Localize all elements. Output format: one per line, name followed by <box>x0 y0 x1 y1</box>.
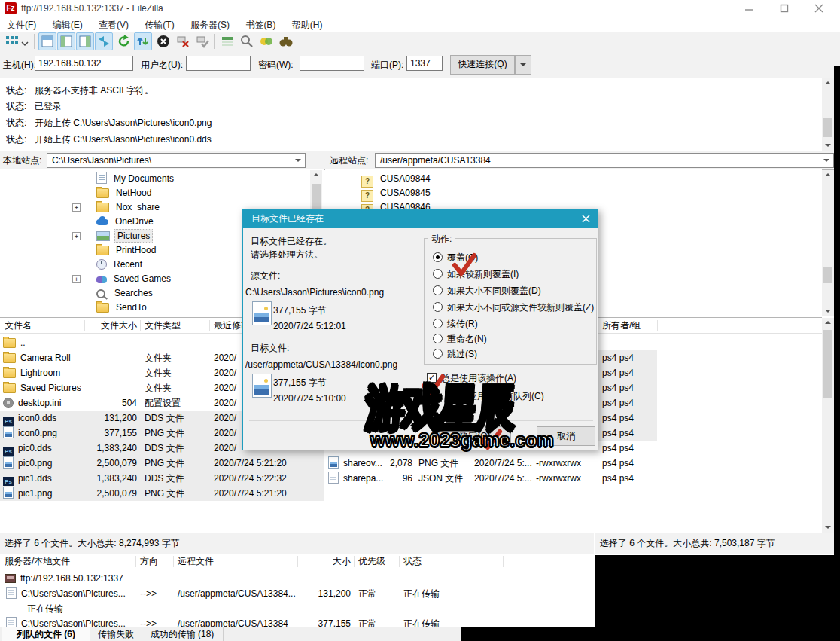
radio-overwrite[interactable] <box>433 252 443 262</box>
tree-expander-icon[interactable] <box>72 275 81 283</box>
tree-item-cusa09845[interactable]: CUSA09845 <box>361 186 433 200</box>
tree-expander-icon[interactable] <box>72 232 81 240</box>
close-button[interactable] <box>804 0 834 17</box>
directory-filter-button[interactable] <box>218 32 236 50</box>
site-manager-dropdown-button[interactable] <box>20 32 30 50</box>
column-header-status[interactable]: 状态 <box>403 554 422 569</box>
scrollbar-thumb[interactable] <box>823 267 832 283</box>
directory-comparison-button[interactable] <box>238 32 256 50</box>
toggle-queue-processing-button[interactable] <box>134 32 152 50</box>
annotation-check-icon <box>478 429 504 453</box>
queue-row[interactable]: C:\Users\Jason\Pictures... -->> /user/ap… <box>0 586 595 601</box>
column-header-owner-group[interactable]: 所有者/组 <box>602 319 641 333</box>
table-row[interactable]: pic1.dds 1,383,240 DDS 文件 2020/7/24 5:22… <box>0 471 324 486</box>
port-input[interactable] <box>406 56 443 71</box>
table-row[interactable]: pic1.png 2,500,079 PNG 文件 2020/7/24 5:21… <box>0 486 324 501</box>
tree-expander-icon[interactable] <box>72 203 81 212</box>
column-header-server-localfile[interactable]: 服务器/本地文件 <box>5 554 70 569</box>
image-file-icon <box>3 456 14 469</box>
tab-successful-transfers[interactable]: 成功的传输 (18) <box>142 627 224 641</box>
toggle-queue-view-button[interactable] <box>95 32 113 50</box>
minimize-button[interactable] <box>734 0 764 17</box>
scroll-down-icon[interactable] <box>822 522 834 532</box>
remote-site-combobox[interactable]: /user/appmeta/CUSA13384 <box>375 153 834 168</box>
tab-queued-files[interactable]: 列队的文件 (6) <box>2 627 90 641</box>
gear-icon <box>3 398 14 408</box>
column-header-filename[interactable]: 文件名 <box>5 319 32 333</box>
message-log: 状态:服务器不支持非 ASCII 字符。 状态:已登录 状态:开始上传 C:\U… <box>0 78 834 151</box>
image-file-icon <box>328 456 339 469</box>
tree-item-cusa09844[interactable]: CUSA09844 <box>361 172 433 185</box>
remote-tree-scrollbar[interactable] <box>822 170 834 316</box>
tab-failed-transfers[interactable]: 传输失败 <box>90 627 142 641</box>
radio-rename-label[interactable]: 重命名(N) <box>447 333 487 346</box>
site-manager-button[interactable] <box>3 32 21 50</box>
column-header-remotefile[interactable]: 远程文件 <box>178 554 214 569</box>
checkbox-apply-to-current-queue-label[interactable]: 只应用到当前队列(C) <box>459 390 544 403</box>
tree-item-onedrive[interactable]: OneDrive <box>96 215 156 228</box>
table-row[interactable]: shareov... 2,078 PNG 文件 2020/7/24 5:... … <box>325 456 657 471</box>
cancel-operation-button[interactable] <box>154 32 172 50</box>
scrollbar-thumb[interactable] <box>823 118 832 137</box>
column-header-filetype[interactable]: 文件类型 <box>145 319 181 333</box>
tree-item-pictures[interactable]: Pictures <box>96 229 153 243</box>
column-header-size[interactable]: 大小 <box>300 554 351 569</box>
username-input[interactable] <box>186 56 251 71</box>
refresh-button[interactable] <box>115 32 133 50</box>
radio-rename[interactable] <box>433 334 443 343</box>
radio-skip-label[interactable]: 跳过(S) <box>447 348 477 361</box>
dialog-title-bar[interactable]: 目标文件已经存在 <box>242 209 598 228</box>
tree-item-saved-games[interactable]: Saved Games <box>96 272 173 285</box>
radio-overwrite-if-size-differs[interactable] <box>433 285 443 295</box>
maximize-button[interactable] <box>769 0 799 17</box>
tree-item-nethood[interactable]: NetHood <box>96 186 154 200</box>
quickconnect-button[interactable]: 快速连接(Q) <box>450 55 515 75</box>
scroll-up-icon[interactable] <box>822 79 834 89</box>
scroll-down-icon[interactable] <box>822 306 834 316</box>
disconnect-button[interactable] <box>174 32 192 50</box>
tree-item-recent[interactable]: Recent <box>96 258 145 271</box>
scroll-up-icon[interactable] <box>822 171 834 181</box>
host-input[interactable] <box>35 56 133 71</box>
toggle-local-tree-button[interactable] <box>57 32 75 50</box>
radio-resume[interactable] <box>433 319 443 328</box>
local-site-combobox[interactable]: C:\Users\Jason\Pictures\ <box>47 153 306 168</box>
scroll-down-icon[interactable] <box>822 140 834 150</box>
tree-item-searches[interactable]: Searches <box>96 286 155 300</box>
radio-skip[interactable] <box>433 349 443 359</box>
column-header-priority[interactable]: 优先级 <box>358 554 385 569</box>
tree-item-my-documents[interactable]: My Documents <box>96 172 176 185</box>
radio-overwrite-if-size-or-newer-label[interactable]: 如果大小不同或源文件较新则覆盖(Z) <box>447 301 594 314</box>
tree-item-sendto[interactable]: SendTo <box>96 301 149 314</box>
radio-resume-label[interactable]: 续传(R) <box>447 318 478 331</box>
tree-item-nox-share[interactable]: Nox_share <box>96 200 162 214</box>
column-header-filesize[interactable]: 文件大小 <box>86 319 137 333</box>
radio-overwrite-if-newer[interactable] <box>433 269 443 279</box>
synchronized-browsing-button[interactable] <box>257 32 275 50</box>
dialog-title: 目标文件已经存在 <box>251 213 324 224</box>
remote-list-scrollbar[interactable] <box>822 318 834 533</box>
radio-overwrite-if-size-differs-label[interactable]: 如果大小不同则覆盖(D) <box>447 285 541 298</box>
queue-server-row[interactable]: ftp://192.168.50.132:1337 <box>0 571 595 586</box>
scroll-up-icon[interactable] <box>822 319 834 328</box>
toggle-log-view-button[interactable] <box>38 32 56 50</box>
minimize-icon <box>744 4 753 13</box>
cancel-button[interactable]: 取消 <box>537 426 595 446</box>
quickconnect-dropdown-button[interactable] <box>515 55 531 75</box>
toolbar <box>0 32 840 52</box>
scroll-up-icon[interactable] <box>310 171 322 181</box>
table-row[interactable]: sharepa... 96 JSON 文件 2020/7/24 5:... -r… <box>325 471 657 486</box>
image-file-icon <box>3 426 14 438</box>
radio-overwrite-if-size-or-newer[interactable] <box>433 302 443 312</box>
reconnect-button[interactable] <box>193 32 212 50</box>
log-scrollbar[interactable] <box>822 78 834 151</box>
scrollbar-thumb[interactable] <box>823 330 832 398</box>
toggle-remote-tree-button[interactable] <box>76 32 94 50</box>
find-files-button[interactable] <box>277 32 295 50</box>
dialog-close-button[interactable] <box>573 209 598 228</box>
column-header-direction[interactable]: 方向 <box>140 554 158 569</box>
checkbox-always-use-action-label[interactable]: 总是使用该操作(A) <box>441 372 516 385</box>
tree-item-printhood[interactable]: PrintHood <box>96 243 158 257</box>
password-input[interactable] <box>300 56 364 71</box>
table-row[interactable]: pic0.png 2,500,079 PNG 文件 2020/7/24 5:21… <box>0 456 324 471</box>
